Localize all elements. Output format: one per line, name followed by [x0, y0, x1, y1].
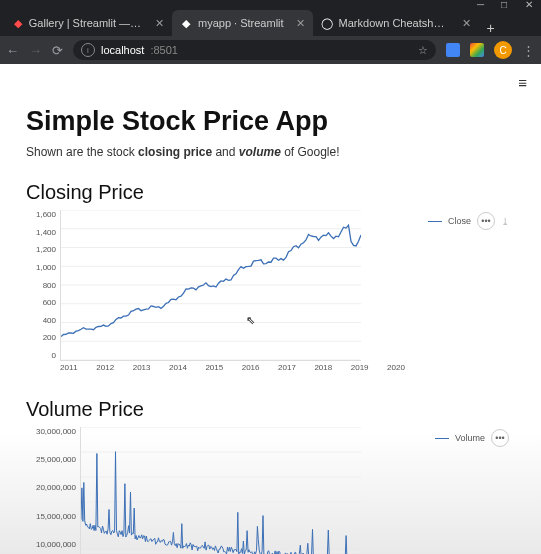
page-subtitle: Shown are the stock closing price and vo…: [26, 145, 515, 159]
window-close-button[interactable]: ✕: [525, 0, 535, 9]
tab-label: myapp · Streamlit: [198, 17, 284, 29]
url-host: localhost: [101, 44, 144, 56]
chart2-svg: [81, 427, 361, 554]
url-port: :8501: [150, 44, 178, 56]
new-tab-button[interactable]: +: [479, 20, 503, 36]
chart1-heading: Closing Price: [26, 181, 515, 204]
chart1-x-ticks: 2011201220132014201520162017201820192020: [26, 363, 515, 372]
legend-label: Close: [448, 216, 471, 226]
legend-label: Volume: [455, 433, 485, 443]
legend-line-icon: [435, 438, 449, 439]
address-bar: ← → ⟳ i localhost:8501 ☆ C ⋮: [0, 36, 541, 64]
close-icon[interactable]: ✕: [296, 17, 305, 30]
extension-icon[interactable]: [446, 43, 460, 57]
reload-button[interactable]: ⟳: [52, 43, 63, 58]
tab-gallery[interactable]: ◆ Gallery | Streamlit — The fastes ✕: [6, 10, 172, 36]
close-icon[interactable]: ✕: [155, 17, 164, 30]
tab-label: Gallery | Streamlit — The fastes: [29, 17, 143, 29]
streamlit-icon: ◆: [14, 17, 23, 29]
volume-chart[interactable]: 30,000,00025,000,00020,000,00015,000,000…: [26, 427, 515, 554]
chart2-plot-area[interactable]: [80, 427, 361, 554]
close-icon[interactable]: ✕: [462, 17, 471, 30]
tab-label: Markdown Cheatsheet · adam-p: [339, 17, 450, 29]
chart-menu-button[interactable]: •••: [491, 429, 509, 447]
chart2-heading: Volume Price: [26, 398, 515, 421]
chart2-y-ticks: 30,000,00025,000,00020,000,00015,000,000…: [26, 427, 80, 554]
chart-menu-button[interactable]: •••: [477, 212, 495, 230]
legend-line-icon: [428, 221, 442, 222]
page-title: Simple Stock Price App: [26, 106, 515, 137]
back-button[interactable]: ←: [6, 43, 19, 58]
extension-icon[interactable]: [470, 43, 484, 57]
streamlit-icon: ◆: [180, 17, 192, 29]
window-minimize-button[interactable]: ─: [477, 0, 487, 9]
chart1-plot-area[interactable]: [60, 210, 361, 361]
hamburger-menu-button[interactable]: ≡: [518, 74, 527, 91]
tab-markdown[interactable]: ◯ Markdown Cheatsheet · adam-p ✕: [313, 10, 479, 36]
chart1-y-ticks: 1,6001,4001,2001,0008006004002000: [26, 210, 60, 360]
bookmark-star-icon[interactable]: ☆: [418, 44, 428, 57]
url-field[interactable]: i localhost:8501 ☆: [73, 40, 436, 60]
main-content: Simple Stock Price App Shown are the sto…: [0, 64, 541, 554]
site-info-icon[interactable]: i: [81, 43, 95, 57]
app-viewport: ≡ Simple Stock Price App Shown are the s…: [0, 64, 541, 554]
tab-myapp[interactable]: ◆ myapp · Streamlit ✕: [172, 10, 313, 36]
profile-avatar[interactable]: C: [494, 41, 512, 59]
github-icon: ◯: [321, 17, 333, 29]
forward-button[interactable]: →: [29, 43, 42, 58]
browser-menu-button[interactable]: ⋮: [522, 43, 535, 58]
chart1-svg: [61, 210, 361, 360]
chart-save-icon[interactable]: ⤓: [501, 216, 509, 227]
tab-strip: ◆ Gallery | Streamlit — The fastes ✕ ◆ m…: [0, 8, 541, 36]
chart2-legend: Volume •••: [435, 429, 509, 447]
browser-window: ─ □ ✕ ◆ Gallery | Streamlit — The fastes…: [0, 0, 541, 554]
closing-price-chart[interactable]: 1,6001,4001,2001,0008006004002000 201120…: [26, 210, 515, 372]
window-maximize-button[interactable]: □: [501, 0, 511, 9]
window-titlebar: ─ □ ✕: [0, 0, 541, 8]
chart1-legend: Close ••• ⤓: [428, 212, 509, 230]
